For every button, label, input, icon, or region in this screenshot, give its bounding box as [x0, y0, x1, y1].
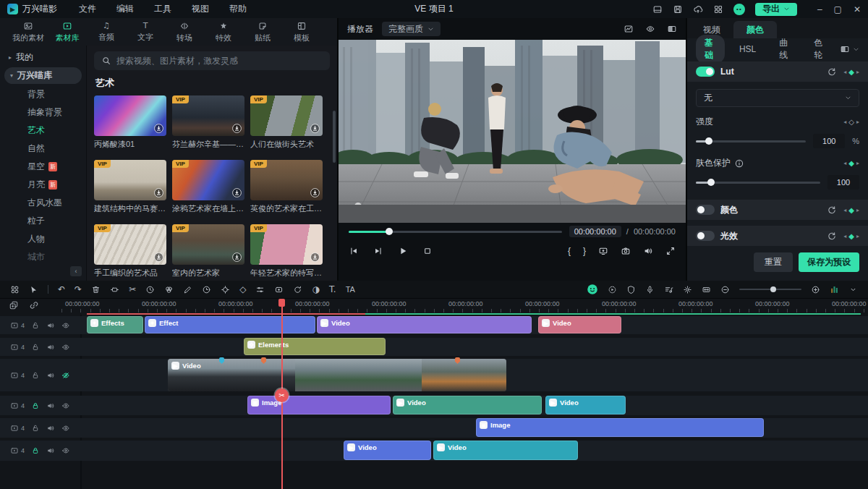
subtab-色轮[interactable]: 色轮 — [805, 35, 834, 64]
cloud-upload-icon[interactable] — [693, 4, 703, 14]
scope-icon[interactable] — [624, 24, 634, 34]
download-icon[interactable] — [310, 123, 320, 134]
avatar[interactable]: •• — [733, 4, 745, 15]
subtab-曲线[interactable]: 曲线 — [770, 35, 799, 64]
download-icon[interactable] — [310, 252, 320, 263]
fullscreen-icon[interactable] — [665, 246, 676, 256]
download-icon[interactable] — [231, 123, 242, 134]
media-thumbnail[interactable]: VIP — [172, 95, 244, 136]
sidebar-item-城市[interactable]: 城市 — [0, 248, 86, 266]
media-thumbnail[interactable]: VIP — [250, 224, 323, 265]
mute-icon[interactable] — [46, 401, 55, 410]
colorwheel-icon[interactable] — [164, 285, 174, 294]
clip-effect[interactable]: ✦Effect — [145, 316, 315, 333]
download-icon[interactable] — [153, 252, 164, 263]
sidebar-collapse-button[interactable]: ‹ — [70, 266, 82, 276]
subtab-基础[interactable]: 基础 — [696, 35, 725, 64]
redo-icon[interactable]: ↷ — [75, 284, 82, 294]
media-thumbnail[interactable]: VIP — [172, 224, 244, 265]
media-thumbnail[interactable]: VIP — [250, 95, 323, 136]
strength-value[interactable]: 100 — [813, 134, 845, 148]
stop-button[interactable] — [422, 246, 433, 256]
media-item[interactable]: VIP涂鸦艺术家在墙上绘画，特... — [172, 160, 244, 214]
volume-icon[interactable] — [643, 246, 653, 256]
sidebar-item-古风水墨[interactable]: 古风水墨 — [0, 194, 86, 212]
seek-bar[interactable] — [349, 231, 562, 233]
mark-out-button[interactable]: } — [583, 246, 586, 256]
timeline-ruler[interactable] — [61, 309, 868, 312]
duration-icon[interactable] — [202, 285, 211, 294]
eye-icon[interactable] — [61, 424, 70, 433]
mark-in-button[interactable]: { — [568, 246, 571, 256]
clip-video[interactable]: ▶Video — [344, 441, 431, 460]
media-thumbnail[interactable] — [94, 95, 166, 136]
tab-贴纸[interactable]: 贴纸 — [244, 21, 281, 43]
eye-icon[interactable] — [61, 343, 70, 352]
split-icon[interactable]: ✂ — [129, 284, 136, 294]
speed-icon[interactable] — [145, 285, 155, 294]
playhead-handle[interactable] — [278, 299, 285, 307]
lut-dropdown[interactable]: 无 — [696, 89, 859, 107]
skin-protect-value[interactable]: 100 — [827, 175, 859, 190]
trash-icon[interactable] — [91, 285, 101, 294]
keyframe-icon[interactable]: ◆ — [848, 206, 854, 214]
media-item[interactable]: VIP手工编织的艺术品 — [94, 224, 166, 278]
timeline-body[interactable]: 00:00:00:0000:00:00:0000:00:00:0000:00:0… — [0, 299, 868, 489]
media-item[interactable]: VIP人们在做街头艺术 — [250, 95, 323, 150]
chevron-down-icon[interactable] — [853, 46, 859, 53]
lut-toggle[interactable] — [696, 67, 715, 77]
beauty-icon[interactable] — [587, 284, 598, 295]
media-thumbnail[interactable]: VIP — [250, 160, 323, 200]
eye-icon[interactable] — [61, 446, 70, 455]
tab-转场[interactable]: 转场 — [166, 21, 203, 43]
search-bar[interactable] — [94, 51, 330, 70]
apps-icon[interactable] — [10, 285, 20, 294]
mute-icon[interactable] — [46, 446, 55, 455]
video-preview[interactable] — [339, 40, 686, 223]
maximize-button[interactable]: ▢ — [834, 4, 842, 14]
sidebar-item-月亮[interactable]: 月亮新 — [0, 176, 86, 194]
download-icon[interactable] — [231, 252, 242, 263]
sidebar-item-艺术[interactable]: 艺术 — [0, 122, 86, 140]
panel-tab-颜色[interactable]: 颜色 — [733, 21, 777, 38]
sidebar-group-library[interactable]: ▾万兴喵库 — [4, 67, 82, 84]
reset-icon[interactable] — [827, 67, 837, 77]
tab-素材库[interactable]: 素材库 — [49, 21, 85, 43]
edit-icon[interactable] — [183, 285, 192, 294]
tab-模板[interactable]: 模板 — [284, 21, 320, 43]
clip-video[interactable]: ▶Video — [433, 441, 578, 460]
media-item[interactable]: VIP年轻艺术家的特写肖像。女... — [250, 224, 323, 278]
track-lane[interactable] — [0, 338, 868, 356]
zoom-in-icon[interactable] — [811, 285, 820, 294]
eye-icon[interactable] — [645, 24, 655, 34]
media-thumbnail[interactable]: VIP — [94, 160, 166, 200]
undo-icon[interactable]: ↶ — [58, 284, 65, 294]
mute-icon[interactable] — [46, 424, 55, 433]
eye-icon[interactable] — [61, 321, 70, 330]
shield-icon[interactable] — [626, 285, 636, 294]
download-icon[interactable] — [231, 187, 242, 198]
menu-item-2[interactable]: 编辑 — [116, 3, 134, 15]
sidebar-item-粒子[interactable]: 粒子 — [0, 212, 86, 230]
clip-video-thumbnails[interactable] — [168, 359, 506, 391]
sidebar-item-抽象背景[interactable]: 抽象背景 — [0, 103, 86, 122]
light-fx-toggle[interactable] — [696, 231, 715, 241]
strength-slider[interactable] — [696, 140, 806, 143]
tab-文字[interactable]: T文字 — [127, 21, 163, 43]
meter-caret-icon[interactable] — [848, 285, 858, 294]
mute-icon[interactable] — [46, 343, 55, 352]
menu-item-3[interactable]: 工具 — [154, 3, 171, 15]
split-playhead-button[interactable]: ✂ — [275, 388, 289, 402]
download-icon[interactable] — [153, 187, 164, 198]
smart-caption-icon[interactable]: TA — [346, 285, 355, 294]
sidebar-item-背景[interactable]: 背景 — [0, 85, 86, 103]
media-thumbnail[interactable]: VIP — [94, 224, 166, 265]
lock-icon[interactable] — [31, 321, 40, 330]
clip-effects[interactable]: ✦Effects — [87, 316, 143, 333]
compare-ab-icon[interactable] — [840, 44, 850, 54]
menu-item-1[interactable]: 文件 — [79, 3, 96, 15]
sidebar-group-my[interactable]: ▸我的 — [0, 48, 86, 66]
export-button[interactable]: 导出 — [755, 3, 797, 16]
color-toggle[interactable] — [696, 205, 715, 215]
clip-video[interactable]: ▶Video — [317, 316, 532, 333]
